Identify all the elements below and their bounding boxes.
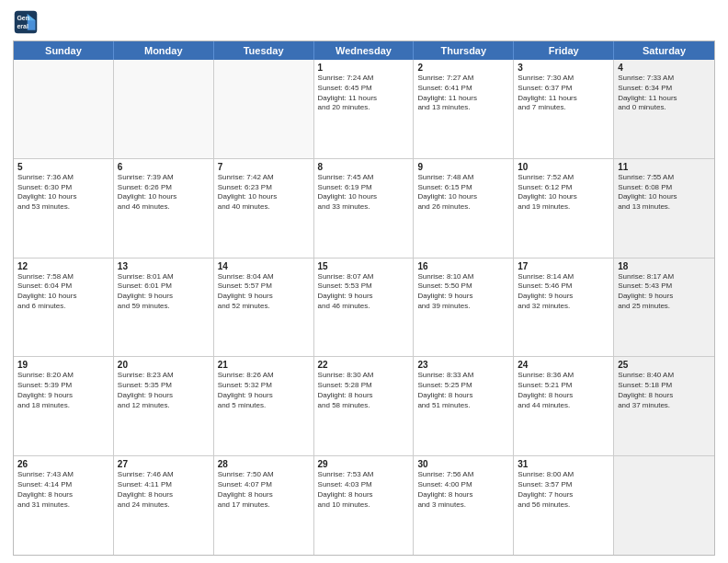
calendar-cell: 21Sunrise: 8:26 AM Sunset: 5:32 PM Dayli…: [214, 357, 314, 455]
calendar-cell: 19Sunrise: 8:20 AM Sunset: 5:39 PM Dayli…: [14, 357, 114, 455]
cell-info: Sunrise: 8:07 AM Sunset: 5:53 PM Dayligh…: [318, 272, 410, 312]
cell-info: Sunrise: 7:46 AM Sunset: 4:11 PM Dayligh…: [118, 470, 210, 510]
calendar-cell: 5Sunrise: 7:36 AM Sunset: 6:30 PM Daylig…: [14, 159, 114, 258]
calendar-cell: 25Sunrise: 8:40 AM Sunset: 5:18 PM Dayli…: [614, 357, 714, 455]
page: Gen eral SundayMondayTuesdayWednesdayThu…: [0, 0, 728, 563]
calendar-week-row: 26Sunrise: 7:43 AM Sunset: 4:14 PM Dayli…: [14, 456, 714, 555]
day-number: 15: [318, 261, 410, 271]
day-number: 31: [518, 459, 609, 469]
day-number: 17: [518, 261, 609, 271]
calendar-cell: 14Sunrise: 8:04 AM Sunset: 5:57 PM Dayli…: [214, 259, 314, 357]
calendar-cell: 9Sunrise: 7:48 AM Sunset: 6:15 PM Daylig…: [414, 159, 514, 258]
calendar-cell: 7Sunrise: 7:42 AM Sunset: 6:23 PM Daylig…: [214, 159, 314, 258]
weekday-header: Wednesday: [314, 41, 415, 60]
calendar-cell: 6Sunrise: 7:39 AM Sunset: 6:26 PM Daylig…: [114, 159, 214, 258]
day-number: 11: [618, 162, 711, 172]
weekday-header: Tuesday: [214, 41, 314, 60]
day-number: 22: [318, 360, 410, 370]
calendar-cell: 3Sunrise: 7:30 AM Sunset: 6:37 PM Daylig…: [514, 60, 614, 158]
calendar-cell: 11Sunrise: 7:55 AM Sunset: 6:08 PM Dayli…: [614, 159, 714, 258]
day-number: 20: [118, 360, 210, 370]
header: Gen eral: [13, 9, 715, 35]
calendar-cell: [614, 456, 714, 555]
day-number: 12: [17, 261, 109, 271]
cell-info: Sunrise: 7:45 AM Sunset: 6:19 PM Dayligh…: [318, 173, 410, 213]
day-number: 1: [318, 63, 410, 73]
calendar-cell: 1Sunrise: 7:24 AM Sunset: 6:45 PM Daylig…: [314, 60, 415, 158]
calendar-cell: 10Sunrise: 7:52 AM Sunset: 6:12 PM Dayli…: [514, 159, 614, 258]
cell-info: Sunrise: 8:04 AM Sunset: 5:57 PM Dayligh…: [218, 272, 310, 312]
day-number: 19: [17, 360, 109, 370]
cell-info: Sunrise: 7:58 AM Sunset: 6:04 PM Dayligh…: [17, 272, 109, 312]
calendar-week-row: 19Sunrise: 8:20 AM Sunset: 5:39 PM Dayli…: [14, 357, 714, 456]
logo: Gen eral: [13, 9, 40, 35]
cell-info: Sunrise: 8:26 AM Sunset: 5:32 PM Dayligh…: [218, 371, 310, 410]
calendar-cell: [114, 60, 214, 158]
calendar-cell: 8Sunrise: 7:45 AM Sunset: 6:19 PM Daylig…: [314, 159, 415, 258]
cell-info: Sunrise: 7:52 AM Sunset: 6:12 PM Dayligh…: [518, 173, 609, 213]
cell-info: Sunrise: 8:01 AM Sunset: 6:01 PM Dayligh…: [118, 272, 210, 312]
day-number: 13: [118, 261, 210, 271]
day-number: 27: [118, 459, 210, 469]
calendar-cell: 31Sunrise: 8:00 AM Sunset: 3:57 PM Dayli…: [514, 456, 614, 555]
calendar-week-row: 12Sunrise: 7:58 AM Sunset: 6:04 PM Dayli…: [14, 259, 714, 358]
cell-info: Sunrise: 7:30 AM Sunset: 6:37 PM Dayligh…: [518, 74, 609, 113]
calendar-cell: 27Sunrise: 7:46 AM Sunset: 4:11 PM Dayli…: [114, 456, 214, 555]
cell-info: Sunrise: 8:33 AM Sunset: 5:25 PM Dayligh…: [417, 371, 509, 410]
day-number: 28: [218, 459, 310, 469]
calendar-cell: 2Sunrise: 7:27 AM Sunset: 6:41 PM Daylig…: [414, 60, 514, 158]
cell-info: Sunrise: 7:33 AM Sunset: 6:34 PM Dayligh…: [618, 74, 711, 113]
day-number: 2: [417, 63, 509, 73]
cell-info: Sunrise: 7:48 AM Sunset: 6:15 PM Dayligh…: [417, 173, 509, 213]
calendar-header: SundayMondayTuesdayWednesdayThursdayFrid…: [14, 41, 714, 60]
cell-info: Sunrise: 8:14 AM Sunset: 5:46 PM Dayligh…: [518, 272, 609, 312]
cell-info: Sunrise: 7:42 AM Sunset: 6:23 PM Dayligh…: [218, 173, 310, 213]
cell-info: Sunrise: 7:39 AM Sunset: 6:26 PM Dayligh…: [118, 173, 210, 213]
day-number: 3: [518, 63, 609, 73]
cell-info: Sunrise: 8:17 AM Sunset: 5:43 PM Dayligh…: [618, 272, 711, 312]
day-number: 24: [518, 360, 609, 370]
cell-info: Sunrise: 8:23 AM Sunset: 5:35 PM Dayligh…: [118, 371, 210, 410]
calendar-cell: 28Sunrise: 7:50 AM Sunset: 4:07 PM Dayli…: [214, 456, 314, 555]
cell-info: Sunrise: 7:53 AM Sunset: 4:03 PM Dayligh…: [318, 470, 410, 510]
calendar-cell: 15Sunrise: 8:07 AM Sunset: 5:53 PM Dayli…: [314, 259, 415, 357]
day-number: 8: [318, 162, 410, 172]
day-number: 18: [618, 261, 711, 271]
logo-icon: Gen eral: [13, 9, 39, 35]
calendar-body: 1Sunrise: 7:24 AM Sunset: 6:45 PM Daylig…: [14, 60, 714, 555]
day-number: 9: [417, 162, 509, 172]
cell-info: Sunrise: 8:20 AM Sunset: 5:39 PM Dayligh…: [17, 371, 109, 410]
calendar-cell: 18Sunrise: 8:17 AM Sunset: 5:43 PM Dayli…: [614, 259, 714, 357]
weekday-header: Friday: [514, 41, 614, 60]
cell-info: Sunrise: 8:36 AM Sunset: 5:21 PM Dayligh…: [518, 371, 609, 410]
day-number: 23: [417, 360, 509, 370]
day-number: 14: [218, 261, 310, 271]
cell-info: Sunrise: 8:30 AM Sunset: 5:28 PM Dayligh…: [318, 371, 410, 410]
calendar-cell: 30Sunrise: 7:56 AM Sunset: 4:00 PM Dayli…: [414, 456, 514, 555]
calendar-cell: [214, 60, 314, 158]
calendar-cell: 17Sunrise: 8:14 AM Sunset: 5:46 PM Dayli…: [514, 259, 614, 357]
calendar-cell: 26Sunrise: 7:43 AM Sunset: 4:14 PM Dayli…: [14, 456, 114, 555]
calendar-cell: 24Sunrise: 8:36 AM Sunset: 5:21 PM Dayli…: [514, 357, 614, 455]
day-number: 26: [17, 459, 109, 469]
calendar-cell: 12Sunrise: 7:58 AM Sunset: 6:04 PM Dayli…: [14, 259, 114, 357]
day-number: 29: [318, 459, 410, 469]
cell-info: Sunrise: 8:10 AM Sunset: 5:50 PM Dayligh…: [417, 272, 509, 312]
day-number: 6: [118, 162, 210, 172]
calendar-week-row: 1Sunrise: 7:24 AM Sunset: 6:45 PM Daylig…: [14, 60, 714, 159]
cell-info: Sunrise: 8:00 AM Sunset: 3:57 PM Dayligh…: [518, 470, 609, 510]
calendar-cell: 13Sunrise: 8:01 AM Sunset: 6:01 PM Dayli…: [114, 259, 214, 357]
day-number: 25: [618, 360, 711, 370]
weekday-header: Thursday: [414, 41, 514, 60]
cell-info: Sunrise: 7:27 AM Sunset: 6:41 PM Dayligh…: [417, 74, 509, 113]
calendar-cell: 16Sunrise: 8:10 AM Sunset: 5:50 PM Dayli…: [414, 259, 514, 357]
weekday-header: Sunday: [14, 41, 114, 60]
cell-info: Sunrise: 7:24 AM Sunset: 6:45 PM Dayligh…: [318, 74, 410, 113]
calendar-cell: 29Sunrise: 7:53 AM Sunset: 4:03 PM Dayli…: [314, 456, 415, 555]
day-number: 10: [518, 162, 609, 172]
calendar-week-row: 5Sunrise: 7:36 AM Sunset: 6:30 PM Daylig…: [14, 159, 714, 259]
svg-text:Gen: Gen: [17, 15, 29, 21]
calendar-cell: 4Sunrise: 7:33 AM Sunset: 6:34 PM Daylig…: [614, 60, 714, 158]
day-number: 16: [417, 261, 509, 271]
cell-info: Sunrise: 7:50 AM Sunset: 4:07 PM Dayligh…: [218, 470, 310, 510]
